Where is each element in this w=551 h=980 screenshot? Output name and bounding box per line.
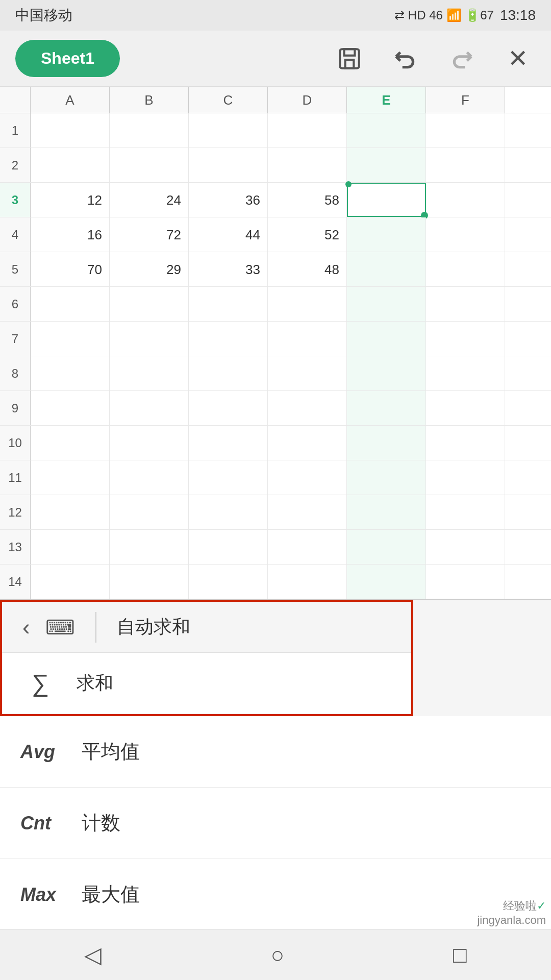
table-row: 10 bbox=[0, 426, 551, 460]
cell-C4[interactable]: 44 bbox=[189, 217, 268, 252]
cell-B4[interactable]: 72 bbox=[110, 217, 189, 252]
redo-button[interactable] bbox=[444, 41, 480, 77]
vertical-divider bbox=[95, 612, 96, 643]
cell-D5[interactable]: 48 bbox=[268, 252, 347, 286]
cell-D2[interactable] bbox=[268, 148, 347, 182]
svg-rect-1 bbox=[344, 49, 355, 56]
nav-recent-button[interactable]: □ bbox=[453, 942, 467, 968]
table-row: 5 70 29 33 48 bbox=[0, 252, 551, 287]
row-num-2: 2 bbox=[0, 148, 31, 182]
svg-rect-2 bbox=[345, 60, 354, 68]
nav-back-button[interactable]: ◁ bbox=[84, 942, 102, 968]
sheet-tab[interactable]: Sheet1 bbox=[15, 40, 120, 77]
cell-A2[interactable] bbox=[31, 148, 110, 182]
table-row: 3 12 24 36 58 bbox=[0, 183, 551, 217]
save-button[interactable] bbox=[332, 41, 367, 77]
bottom-nav: ◁ ○ □ bbox=[0, 929, 551, 980]
cell-A4[interactable]: 16 bbox=[31, 217, 110, 252]
table-row: 2 bbox=[0, 148, 551, 183]
status-time: 13:18 bbox=[500, 7, 536, 23]
status-icons: ⇄ HD 46 📶 🔋67 bbox=[394, 8, 494, 22]
undo-button[interactable] bbox=[388, 41, 423, 77]
col-header-C[interactable]: C bbox=[189, 87, 268, 113]
watermark-url: jingyanla.com bbox=[477, 914, 546, 926]
carrier-text: 中国移动 bbox=[15, 6, 72, 25]
cell-E3[interactable] bbox=[347, 183, 426, 217]
max-abbr: Max bbox=[20, 884, 61, 905]
table-row: 7 bbox=[0, 322, 551, 356]
row-num-1: 1 bbox=[0, 113, 31, 148]
cell-B3[interactable]: 24 bbox=[110, 183, 189, 217]
avg-abbr: Avg bbox=[20, 741, 61, 763]
save-icon bbox=[337, 46, 362, 71]
cell-E5[interactable] bbox=[347, 252, 426, 286]
nav-home-button[interactable]: ○ bbox=[270, 942, 284, 968]
row-num-4: 4 bbox=[0, 217, 31, 252]
undo-icon bbox=[393, 46, 418, 71]
cell-D4[interactable]: 52 bbox=[268, 217, 347, 252]
cell-F1[interactable] bbox=[426, 113, 505, 148]
table-row: 9 bbox=[0, 391, 551, 426]
table-row: 1 bbox=[0, 113, 551, 148]
col-header-E[interactable]: E bbox=[347, 87, 426, 113]
cell-B2[interactable] bbox=[110, 148, 189, 182]
cell-E2[interactable] bbox=[347, 148, 426, 182]
close-button[interactable]: ✕ bbox=[500, 41, 536, 77]
table-row: 6 bbox=[0, 287, 551, 322]
cell-A1[interactable] bbox=[31, 113, 110, 148]
sum-label: 求和 bbox=[77, 671, 113, 696]
cell-A3[interactable]: 12 bbox=[31, 183, 110, 217]
watermark: 经验啦✓ jingyanla.com bbox=[477, 898, 546, 927]
table-row: 11 bbox=[0, 460, 551, 495]
cnt-label: 计数 bbox=[82, 810, 120, 836]
status-right: ⇄ HD 46 📶 🔋67 13:18 bbox=[394, 7, 536, 23]
cell-B5[interactable]: 29 bbox=[110, 252, 189, 286]
col-header-D[interactable]: D bbox=[268, 87, 347, 113]
keyboard-icon: ⌨ bbox=[45, 616, 75, 639]
autosum-title: 自动求和 bbox=[117, 615, 396, 640]
row-num-header bbox=[0, 87, 31, 113]
cell-C5[interactable]: 33 bbox=[189, 252, 268, 286]
avg-label: 平均值 bbox=[82, 739, 140, 765]
cell-B1[interactable] bbox=[110, 113, 189, 148]
toolbar: Sheet1 ✕ bbox=[0, 31, 551, 87]
col-headers: A B C D E F bbox=[0, 87, 551, 113]
cell-F2[interactable] bbox=[426, 148, 505, 182]
row-num-3: 3 bbox=[0, 183, 31, 217]
cell-C2[interactable] bbox=[189, 148, 268, 182]
selection-handle-tl bbox=[345, 181, 352, 187]
cell-E4[interactable] bbox=[347, 217, 426, 252]
spreadsheet: A B C D E F 1 2 3 12 24 36 58 bbox=[0, 87, 551, 600]
sum-icon: ∑ bbox=[22, 669, 58, 697]
cell-C1[interactable] bbox=[189, 113, 268, 148]
table-row: 14 bbox=[0, 565, 551, 599]
avg-item[interactable]: Avg 平均值 bbox=[0, 716, 551, 788]
cell-D3[interactable]: 58 bbox=[268, 183, 347, 217]
cell-C3[interactable]: 36 bbox=[189, 183, 268, 217]
cell-F5[interactable] bbox=[426, 252, 505, 286]
col-header-A[interactable]: A bbox=[31, 87, 110, 113]
table-row: 8 bbox=[0, 356, 551, 391]
cell-F4[interactable] bbox=[426, 217, 505, 252]
sum-item[interactable]: ∑ 求和 bbox=[2, 653, 411, 714]
max-label: 最大值 bbox=[82, 881, 140, 908]
autosum-header: ‹ ⌨ 自动求和 bbox=[2, 602, 411, 653]
cell-E1[interactable] bbox=[347, 113, 426, 148]
back-button[interactable]: ‹ bbox=[17, 615, 35, 640]
redo-icon bbox=[449, 46, 474, 71]
table-row: 12 bbox=[0, 495, 551, 530]
cell-A5[interactable]: 70 bbox=[31, 252, 110, 286]
col-header-F[interactable]: F bbox=[426, 87, 505, 113]
cnt-item[interactable]: Cnt 计数 bbox=[0, 788, 551, 859]
table-row: 13 bbox=[0, 530, 551, 565]
row-num-5: 5 bbox=[0, 252, 31, 286]
check-mark: ✓ bbox=[537, 899, 546, 912]
cnt-abbr: Cnt bbox=[20, 813, 61, 834]
autosum-panel: ‹ ⌨ 自动求和 ∑ 求和 bbox=[0, 600, 413, 716]
col-header-B[interactable]: B bbox=[110, 87, 189, 113]
max-item[interactable]: Max 最大值 bbox=[0, 859, 551, 930]
cell-D1[interactable] bbox=[268, 113, 347, 148]
status-bar: 中国移动 ⇄ HD 46 📶 🔋67 13:18 bbox=[0, 0, 551, 31]
table-row: 4 16 72 44 52 bbox=[0, 217, 551, 252]
cell-F3[interactable] bbox=[426, 183, 505, 217]
